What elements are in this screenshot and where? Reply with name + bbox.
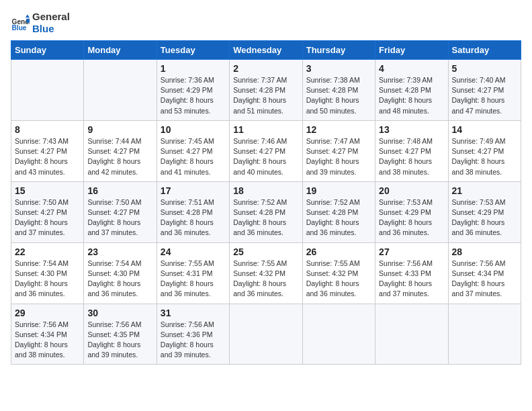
day-cell: 21Sunrise: 7:53 AMSunset: 4:29 PMDayligh… bbox=[448, 181, 521, 242]
day-cell bbox=[11, 60, 84, 121]
day-number: 12 bbox=[306, 124, 371, 135]
day-cell: 24Sunrise: 7:55 AMSunset: 4:31 PMDayligh… bbox=[157, 242, 229, 304]
day-info: Sunrise: 7:50 AMSunset: 4:27 PMDaylight:… bbox=[15, 197, 80, 238]
day-cell: 17Sunrise: 7:51 AMSunset: 4:28 PMDayligh… bbox=[157, 181, 229, 242]
day-cell bbox=[302, 304, 375, 365]
day-number: 2 bbox=[233, 63, 298, 74]
calendar-table: SundayMondayTuesdayWednesdayThursdayFrid… bbox=[11, 40, 521, 365]
week-row-0: 1Sunrise: 7:36 AMSunset: 4:29 PMDaylight… bbox=[11, 60, 521, 121]
day-cell bbox=[230, 304, 302, 365]
day-number: 17 bbox=[161, 185, 226, 196]
day-cell: 16Sunrise: 7:50 AMSunset: 4:27 PMDayligh… bbox=[84, 181, 157, 242]
day-cell: 29Sunrise: 7:56 AMSunset: 4:34 PMDayligh… bbox=[11, 304, 84, 365]
day-cell: 12Sunrise: 7:47 AMSunset: 4:27 PMDayligh… bbox=[302, 120, 375, 181]
day-cell: 9Sunrise: 7:44 AMSunset: 4:27 PMDaylight… bbox=[84, 120, 157, 181]
day-cell: 18Sunrise: 7:52 AMSunset: 4:28 PMDayligh… bbox=[230, 181, 302, 242]
day-info: Sunrise: 7:55 AMSunset: 4:32 PMDaylight:… bbox=[233, 259, 298, 300]
day-info: Sunrise: 7:55 AMSunset: 4:32 PMDaylight:… bbox=[306, 259, 371, 300]
day-info: Sunrise: 7:50 AMSunset: 4:27 PMDaylight:… bbox=[87, 197, 152, 238]
day-info: Sunrise: 7:38 AMSunset: 4:28 PMDaylight:… bbox=[306, 75, 371, 116]
day-info: Sunrise: 7:54 AMSunset: 4:30 PMDaylight:… bbox=[15, 259, 80, 300]
day-info: Sunrise: 7:43 AMSunset: 4:27 PMDaylight:… bbox=[15, 136, 80, 177]
day-info: Sunrise: 7:36 AMSunset: 4:29 PMDaylight:… bbox=[161, 75, 226, 116]
day-cell: 25Sunrise: 7:55 AMSunset: 4:32 PMDayligh… bbox=[230, 242, 302, 304]
day-cell: 8Sunrise: 7:43 AMSunset: 4:27 PMDaylight… bbox=[11, 120, 84, 181]
day-number: 10 bbox=[161, 124, 226, 135]
week-row-3: 22Sunrise: 7:54 AMSunset: 4:30 PMDayligh… bbox=[11, 242, 521, 304]
day-cell bbox=[448, 304, 521, 365]
day-number: 3 bbox=[306, 63, 371, 74]
day-number: 1 bbox=[161, 63, 226, 74]
day-number: 25 bbox=[233, 246, 298, 257]
header-cell-sunday: Sunday bbox=[11, 41, 84, 60]
day-number: 23 bbox=[87, 246, 152, 257]
day-info: Sunrise: 7:48 AMSunset: 4:27 PMDaylight:… bbox=[379, 136, 444, 177]
day-info: Sunrise: 7:55 AMSunset: 4:31 PMDaylight:… bbox=[161, 259, 226, 300]
day-info: Sunrise: 7:40 AMSunset: 4:27 PMDaylight:… bbox=[452, 75, 517, 116]
day-cell: 20Sunrise: 7:53 AMSunset: 4:29 PMDayligh… bbox=[375, 181, 448, 242]
day-info: Sunrise: 7:56 AMSunset: 4:34 PMDaylight:… bbox=[15, 320, 80, 361]
day-cell: 10Sunrise: 7:45 AMSunset: 4:27 PMDayligh… bbox=[157, 120, 229, 181]
day-number: 22 bbox=[15, 246, 80, 257]
day-info: Sunrise: 7:44 AMSunset: 4:27 PMDaylight:… bbox=[87, 136, 152, 177]
day-number: 16 bbox=[87, 185, 152, 196]
logo: General Blue General Blue bbox=[11, 11, 70, 35]
header-cell-friday: Friday bbox=[375, 41, 448, 60]
day-cell: 4Sunrise: 7:39 AMSunset: 4:28 PMDaylight… bbox=[375, 60, 448, 121]
logo-text-blue: Blue bbox=[32, 23, 70, 35]
day-number: 15 bbox=[15, 185, 80, 196]
day-cell bbox=[84, 60, 157, 121]
day-info: Sunrise: 7:52 AMSunset: 4:28 PMDaylight:… bbox=[233, 197, 298, 238]
day-number: 8 bbox=[15, 124, 80, 135]
week-row-4: 29Sunrise: 7:56 AMSunset: 4:34 PMDayligh… bbox=[11, 304, 521, 365]
day-number: 31 bbox=[161, 308, 226, 318]
header-row: SundayMondayTuesdayWednesdayThursdayFrid… bbox=[11, 41, 521, 60]
calendar-body: 1Sunrise: 7:36 AMSunset: 4:29 PMDaylight… bbox=[11, 60, 521, 365]
day-info: Sunrise: 7:53 AMSunset: 4:29 PMDaylight:… bbox=[452, 197, 517, 238]
day-cell: 28Sunrise: 7:56 AMSunset: 4:34 PMDayligh… bbox=[448, 242, 521, 304]
day-info: Sunrise: 7:56 AMSunset: 4:36 PMDaylight:… bbox=[161, 320, 226, 361]
day-number: 5 bbox=[452, 63, 517, 74]
day-info: Sunrise: 7:56 AMSunset: 4:35 PMDaylight:… bbox=[87, 320, 152, 361]
day-number: 27 bbox=[379, 246, 444, 257]
svg-marker-2 bbox=[26, 15, 30, 18]
day-number: 4 bbox=[379, 63, 444, 74]
day-cell: 19Sunrise: 7:52 AMSunset: 4:28 PMDayligh… bbox=[302, 181, 375, 242]
header-cell-thursday: Thursday bbox=[302, 41, 375, 60]
day-info: Sunrise: 7:39 AMSunset: 4:28 PMDaylight:… bbox=[379, 75, 444, 116]
day-info: Sunrise: 7:37 AMSunset: 4:28 PMDaylight:… bbox=[233, 75, 298, 116]
day-number: 28 bbox=[452, 246, 517, 257]
day-number: 13 bbox=[379, 124, 444, 135]
day-cell bbox=[375, 304, 448, 365]
day-info: Sunrise: 7:56 AMSunset: 4:34 PMDaylight:… bbox=[452, 259, 517, 300]
day-cell: 14Sunrise: 7:49 AMSunset: 4:27 PMDayligh… bbox=[448, 120, 521, 181]
header-cell-saturday: Saturday bbox=[448, 41, 521, 60]
day-info: Sunrise: 7:54 AMSunset: 4:30 PMDaylight:… bbox=[87, 259, 152, 300]
header-cell-tuesday: Tuesday bbox=[157, 41, 229, 60]
day-info: Sunrise: 7:49 AMSunset: 4:27 PMDaylight:… bbox=[452, 136, 517, 177]
day-number: 19 bbox=[306, 185, 371, 196]
day-cell: 15Sunrise: 7:50 AMSunset: 4:27 PMDayligh… bbox=[11, 181, 84, 242]
day-info: Sunrise: 7:46 AMSunset: 4:27 PMDaylight:… bbox=[233, 136, 298, 177]
day-cell: 2Sunrise: 7:37 AMSunset: 4:28 PMDaylight… bbox=[230, 60, 302, 121]
day-info: Sunrise: 7:52 AMSunset: 4:28 PMDaylight:… bbox=[306, 197, 371, 238]
day-cell: 11Sunrise: 7:46 AMSunset: 4:27 PMDayligh… bbox=[230, 120, 302, 181]
day-info: Sunrise: 7:51 AMSunset: 4:28 PMDaylight:… bbox=[161, 197, 226, 238]
day-number: 11 bbox=[233, 124, 298, 135]
day-info: Sunrise: 7:53 AMSunset: 4:29 PMDaylight:… bbox=[379, 197, 444, 238]
day-info: Sunrise: 7:45 AMSunset: 4:27 PMDaylight:… bbox=[161, 136, 226, 177]
day-cell: 3Sunrise: 7:38 AMSunset: 4:28 PMDaylight… bbox=[302, 60, 375, 121]
day-number: 18 bbox=[233, 185, 298, 196]
week-row-1: 8Sunrise: 7:43 AMSunset: 4:27 PMDaylight… bbox=[11, 120, 521, 181]
svg-text:Blue: Blue bbox=[12, 24, 27, 32]
logo-text-general: General bbox=[32, 11, 70, 23]
day-info: Sunrise: 7:47 AMSunset: 4:27 PMDaylight:… bbox=[306, 136, 371, 177]
calendar-header: SundayMondayTuesdayWednesdayThursdayFrid… bbox=[11, 41, 521, 60]
day-number: 21 bbox=[452, 185, 517, 196]
day-cell: 5Sunrise: 7:40 AMSunset: 4:27 PMDaylight… bbox=[448, 60, 521, 121]
day-cell: 22Sunrise: 7:54 AMSunset: 4:30 PMDayligh… bbox=[11, 242, 84, 304]
day-cell: 26Sunrise: 7:55 AMSunset: 4:32 PMDayligh… bbox=[302, 242, 375, 304]
day-info: Sunrise: 7:56 AMSunset: 4:33 PMDaylight:… bbox=[379, 259, 444, 300]
day-cell: 23Sunrise: 7:54 AMSunset: 4:30 PMDayligh… bbox=[84, 242, 157, 304]
day-number: 26 bbox=[306, 246, 371, 257]
